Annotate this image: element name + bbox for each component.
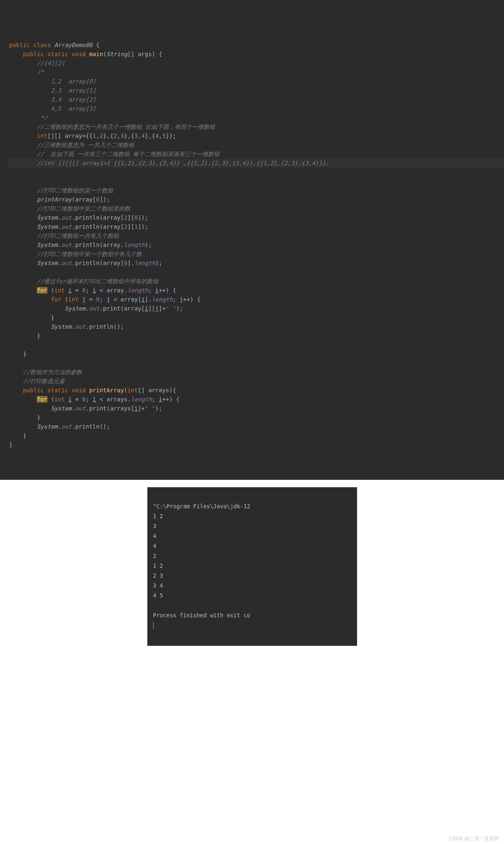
- fld-length: length: [152, 296, 173, 303]
- num: 3: [121, 133, 124, 139]
- txt: .println();: [85, 323, 124, 330]
- console-line: 4: [153, 533, 156, 539]
- brace: }: [9, 441, 12, 448]
- cls-system: System: [37, 214, 58, 221]
- num: 0: [82, 396, 85, 403]
- txt: .print(arrays[: [85, 405, 134, 412]
- txt: .println(array[: [72, 260, 124, 266]
- num: 0: [82, 287, 85, 294]
- code-line-blank: [9, 269, 12, 275]
- code-line: */: [9, 114, 47, 121]
- fld-out: out: [61, 242, 71, 248]
- code-line: for (int j = 0; j < array[i].length; j++…: [9, 296, 201, 303]
- txt: );: [155, 405, 162, 412]
- dot: .: [72, 405, 75, 412]
- kw-public: public: [23, 51, 44, 57]
- console-line: 4: [153, 543, 156, 549]
- code-line: System.out.print(array[i][j]+" ");: [9, 305, 183, 312]
- fld-out: out: [61, 423, 71, 430]
- str: " ": [166, 305, 176, 312]
- brace: }: [23, 432, 26, 439]
- code-line: //三维数组意思为 一共几个二维数组: [9, 142, 134, 148]
- comment: 2,3 array[1]: [37, 87, 96, 94]
- txt: ]+: [138, 405, 145, 412]
- fld-length: length: [128, 287, 149, 294]
- code-line: }: [9, 441, 12, 448]
- kw-int: int: [37, 133, 47, 139]
- txt: ,: [159, 133, 162, 139]
- code-line: //通过for循环来打印出二维数组中所有的数组: [9, 278, 159, 284]
- cls-system: System: [65, 305, 86, 312]
- txt: ]);: [138, 223, 148, 230]
- txt: );: [145, 242, 152, 248]
- cls-system: System: [37, 260, 58, 266]
- code-line: 2,3 array[1]: [9, 87, 96, 94]
- var-i: i: [68, 396, 71, 403]
- txt: ;: [173, 296, 180, 303]
- console-line: 3 4: [153, 582, 167, 589]
- var-i: i: [68, 287, 71, 294]
- code-line: System.out.println();: [9, 423, 110, 430]
- console-line: 1 2: [153, 513, 167, 519]
- params: [] args) {: [128, 51, 162, 57]
- fn-printarray: printArray: [89, 387, 124, 394]
- code-line-blank: [9, 341, 12, 348]
- num: 1: [134, 223, 137, 230]
- var-j: j: [180, 296, 183, 303]
- code-line: System.out.println(array[2][1]);: [9, 223, 148, 230]
- kw-int: int: [128, 387, 138, 394]
- txt: ;: [86, 287, 93, 294]
- code-line: // 比如下面 一共有三个二维数组 每个二维数组里面有三个一维数组: [9, 151, 220, 157]
- type-string: String: [106, 51, 128, 57]
- comment: //数组作为方法的参数: [23, 369, 82, 375]
- txt: ][: [148, 305, 155, 312]
- txt: ;: [152, 396, 159, 403]
- code-content: public class ArrayDemo06 { public static…: [0, 31, 504, 458]
- kw-int: int: [68, 296, 78, 303]
- txt: .println(array.: [72, 242, 124, 248]
- num: 2: [124, 214, 127, 221]
- code-line: 4,5 array[3]: [9, 105, 96, 112]
- txt: },{: [145, 133, 155, 139]
- code-line: //打印二维数组的第一个数组: [9, 187, 113, 194]
- txt: [][] array={{: [47, 133, 93, 139]
- txt: ]);: [138, 214, 148, 221]
- kw-int: int: [54, 287, 65, 294]
- txt: < array[: [110, 296, 142, 303]
- kw-public: public: [9, 42, 30, 48]
- comment: 3,4 array[2]: [37, 96, 96, 103]
- comment: //打印数值元素: [23, 378, 65, 384]
- txt: ].: [128, 260, 135, 266]
- txt: );: [155, 260, 162, 266]
- code-line-active: //int [][][] array1={ {{1,2},{2,3},{3,4}…: [0, 159, 504, 168]
- brace: }: [23, 351, 26, 357]
- txt: [] arrays){: [138, 387, 176, 394]
- code-line-blank: [9, 360, 12, 366]
- code-line: //数组作为方法的参数: [9, 369, 82, 375]
- code-line: public static void main(String[] args) {: [9, 51, 162, 57]
- kw-for: for: [37, 287, 47, 294]
- txt: ;: [99, 296, 106, 303]
- txt: < arrays.: [96, 396, 131, 403]
- txt: ].: [145, 296, 152, 303]
- txt: ][: [128, 214, 135, 221]
- num: 4: [155, 133, 159, 139]
- dot: .: [85, 305, 89, 312]
- code-line: 1,2 array[0]: [9, 78, 96, 85]
- num: 4: [141, 133, 144, 139]
- code-line: printArray(array[0]);: [9, 196, 110, 203]
- cls-system: System: [37, 242, 58, 248]
- code-line: }: [9, 332, 40, 339]
- var-i: i: [145, 305, 148, 312]
- brace: {: [96, 42, 99, 48]
- var-i: i: [141, 296, 144, 303]
- kw-void: void: [72, 387, 86, 394]
- txt: =: [72, 396, 82, 403]
- var-i: i: [134, 405, 137, 412]
- console-line: "C:\Program Files\Java\jdk-12: [153, 503, 251, 510]
- txt: ,: [96, 133, 99, 139]
- code-line: System.out.println(array[0].length);: [9, 260, 162, 266]
- console-line: 4 5: [153, 592, 167, 599]
- code-line: for (int i = 0; i < array.length; i++) {: [9, 287, 176, 294]
- txt: (: [47, 287, 54, 294]
